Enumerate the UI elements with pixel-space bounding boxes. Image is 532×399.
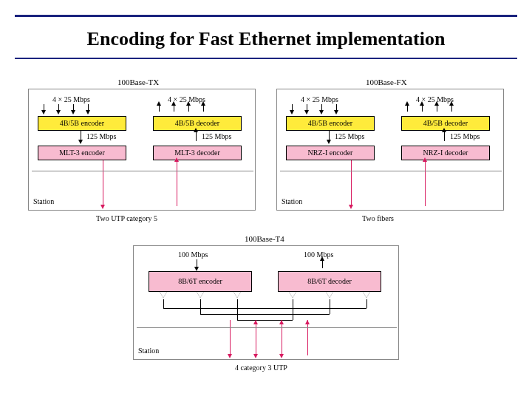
- medium-label: 4 category 3 UTP: [235, 364, 287, 372]
- medium-label: Two fibers: [362, 214, 394, 222]
- rate-label: 100 Mbps: [178, 250, 208, 259]
- rate-label: 125 Mbps: [335, 132, 364, 140]
- decoder-8b6t: 8B/6T decoder: [278, 271, 381, 292]
- medium-label: Two UTP category 5: [96, 214, 157, 222]
- rate-label: 125 Mbps: [86, 132, 116, 140]
- slide-title: Encoding for Fast Ethernet implementatio…: [0, 28, 532, 50]
- station-label: Station: [33, 197, 54, 205]
- encoder-mlt3: MLT-3 encoder: [38, 146, 126, 160]
- rate-label: 100 Mbps: [304, 250, 333, 259]
- panel-100base-t4: 100Base-T4 100 Mbps 100 Mbps 8B/6T encod…: [133, 245, 399, 360]
- encoder-4b5b: 4B/5B encoder: [38, 116, 126, 131]
- rate-label: 4 × 25 Mbps: [52, 95, 90, 103]
- panel-100base-fx: 100Base-FX 4 × 25 Mbps 4 × 25 Mbps 4B/5B…: [276, 89, 504, 211]
- rate-label: 125 Mbps: [202, 132, 231, 140]
- rate-label: 125 Mbps: [450, 132, 480, 140]
- rate-label: 4 × 25 Mbps: [301, 95, 338, 103]
- encoder-8b6t: 8B/6T encoder: [149, 271, 252, 292]
- rule-bottom: [15, 58, 517, 59]
- station-label: Station: [282, 197, 302, 205]
- encoder-4b5b: 4B/5B encoder: [286, 116, 375, 131]
- encoder-nrzi: NRZ-I encoder: [286, 146, 375, 160]
- panel-title: 100Base-FX: [366, 78, 407, 86]
- decoder-mlt3: MLT-3 decoder: [153, 146, 242, 160]
- panel-title: 100Base-TX: [117, 78, 159, 86]
- panel-100base-tx: 100Base-TX 4 × 25 Mbps 4 × 25 Mbps 4B/5B…: [28, 89, 256, 211]
- station-label: Station: [138, 347, 159, 355]
- panel-title: 100Base-T4: [245, 234, 284, 243]
- decoder-nrzi: NRZ-I decoder: [401, 146, 490, 160]
- rule-top: [15, 15, 517, 17]
